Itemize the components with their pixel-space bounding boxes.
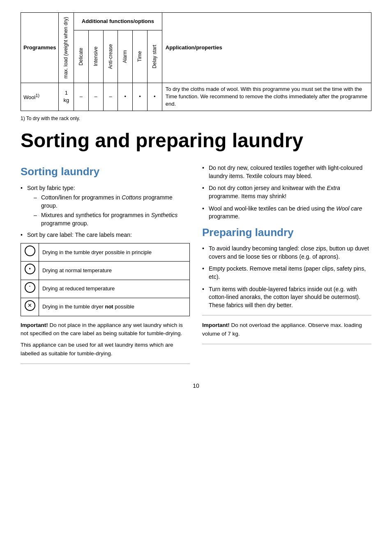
preparing-important: Important! Do not overload the appliance…	[202, 321, 371, 338]
intensive-header: Intensive	[88, 30, 103, 83]
right-divider-bottom	[202, 344, 371, 344]
sorting-heading: Sorting laundry	[21, 164, 190, 179]
page-number: 10	[21, 382, 371, 390]
delay-start-header: Delay start	[147, 30, 162, 83]
sort-by-care-text: Sort by care label: The care labels mean…	[27, 232, 132, 238]
table-row: Wool1)1 kg–––•••To dry the cloths made o…	[21, 83, 371, 111]
left-divider	[21, 364, 190, 364]
sorting-important-1: Important! Do not place in the appliance…	[21, 321, 190, 338]
care-icon-3	[21, 280, 39, 298]
right-bullet-3: Wool and wool-like textiles can be dried…	[202, 205, 371, 221]
sorting-important-text-2: This appliance can be used for all wet l…	[21, 342, 173, 356]
alarm-label: Alarm	[120, 48, 130, 65]
max-load-label: max. load (weight when dry)	[61, 14, 71, 81]
left-column: Sorting laundry Sort by fabric type: Cot…	[21, 164, 190, 370]
right-bullet-1: Do not dry new, coloured textiles togeth…	[202, 164, 371, 180]
table-cell: Wool1)	[21, 83, 59, 111]
table-cell: 1 kg	[59, 83, 74, 111]
additional-label: Additional functions/options	[82, 18, 154, 24]
sorting-important-2: This appliance can be used for all wet l…	[21, 341, 190, 358]
care-row-1: Drying in the tumble dryer possible in p…	[21, 243, 190, 262]
sort-by-care-label: Sort by care label: The care labels mean…	[21, 231, 190, 239]
alarm-header: Alarm	[118, 30, 133, 83]
table-cell: •	[133, 83, 148, 111]
cotton-linen-item: Cotton/linen for programmes in Cottons p…	[34, 194, 190, 210]
preparing-bullet-3: Turn items with double-layered fabrics i…	[202, 285, 371, 310]
sort-by-fabric-text: Sort by fabric type:	[27, 185, 75, 191]
care-row-3: Drying at reduced temperature	[21, 280, 190, 298]
care-icon-4	[21, 298, 39, 316]
table-cell: •	[118, 83, 133, 111]
programmes-table: Programmes max. load (weight when dry) A…	[21, 12, 371, 111]
table-cell: –	[74, 83, 89, 111]
programmes-header: Programmes	[21, 13, 59, 83]
fabric-sublist: Cotton/linen for programmes in Cottons p…	[27, 194, 190, 227]
care-labels-table: Drying in the tumble dryer possible in p…	[21, 243, 190, 316]
table-cell: To dry the cloths made of wool. With thi…	[162, 83, 371, 111]
right-divider-top	[202, 315, 371, 315]
app-props-header: Application/properties	[162, 13, 371, 83]
preparing-bullet-1: To avoid laundry becoming tangled: close…	[202, 245, 371, 261]
care-row-2: Drying at normal temperature	[21, 262, 190, 280]
preparing-bullet-2: Empty pockets. Remove metal items (paper…	[202, 265, 371, 281]
care-text-4: Drying in the tumble dryer not possible	[39, 298, 190, 316]
care-text-2: Drying at normal temperature	[39, 262, 190, 280]
max-load-header: max. load (weight when dry)	[59, 13, 74, 83]
anti-crease-header: Anti-crease	[103, 30, 118, 83]
table-cell: –	[88, 83, 103, 111]
care-text-3: Drying at reduced temperature	[39, 280, 190, 298]
programmes-label: Programmes	[23, 44, 56, 51]
table-cell: –	[103, 83, 118, 111]
additional-functions-header: Additional functions/options	[74, 13, 162, 30]
anti-crease-label: Anti-crease	[106, 42, 115, 72]
delicate-header: Delicate	[74, 30, 89, 83]
delay-start-label: Delay start	[150, 42, 159, 71]
sorting-important-block: Important! Do not place in the appliance…	[21, 321, 190, 358]
sort-by-fabric: Sort by fabric type: Cotton/linen for pr…	[21, 184, 190, 228]
right-column: Do not dry new, coloured textiles togeth…	[202, 164, 371, 370]
care-icon-1	[21, 243, 39, 262]
right-bullets-list: Do not dry new, coloured textiles togeth…	[202, 164, 371, 221]
care-text-1: Drying in the tumble dryer possible in p…	[39, 243, 190, 262]
intensive-label: Intensive	[91, 44, 101, 69]
mixtures-item: Mixtures and synthetics for programmes i…	[34, 211, 190, 227]
delicate-label: Delicate	[76, 45, 86, 68]
table-footnote: 1) To dry with the rack only.	[21, 115, 371, 122]
app-props-label: Application/properties	[166, 44, 222, 51]
time-label: Time	[135, 49, 145, 64]
table-cell: •	[147, 83, 162, 111]
care-icon-2	[21, 262, 39, 280]
sorting-main-list: Sort by fabric type: Cotton/linen for pr…	[21, 184, 190, 239]
preparing-list: To avoid laundry becoming tangled: close…	[202, 245, 371, 309]
care-row-4: Drying in the tumble dryer not possible	[21, 298, 190, 316]
right-bullet-2: Do not dry cotton jersey and knitwear wi…	[202, 184, 371, 200]
time-header: Time	[133, 30, 148, 83]
main-heading: Sorting and preparing laundry	[21, 130, 371, 152]
preparing-important-block: Important! Do not overload the appliance…	[202, 321, 371, 338]
preparing-heading: Preparing laundry	[202, 225, 371, 240]
